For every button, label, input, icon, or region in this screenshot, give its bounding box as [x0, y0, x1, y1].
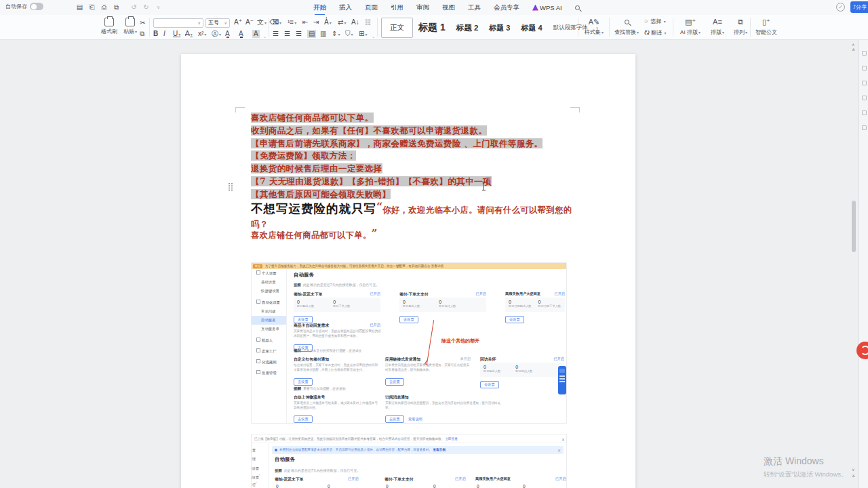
select-button[interactable]: ☞ 选择 [644, 18, 670, 25]
sidebar-item-auto-service[interactable]: 自动服务 [252, 316, 286, 325]
char-border-button[interactable]: Ⓐ [212, 30, 221, 39]
card-status-link[interactable]: 已开启 [475, 291, 486, 296]
style-heading1[interactable]: 标题 1 [413, 19, 451, 37]
go-setup-button[interactable]: 去设置 [294, 415, 313, 423]
char-shading-button[interactable]: A [252, 30, 260, 38]
dock-icon[interactable] [862, 96, 867, 100]
borders-button[interactable]: ⊞ [359, 30, 367, 39]
tab-wps-ai[interactable]: WPS AI [532, 4, 562, 12]
heading-line[interactable]: 不想写运费险的就只写“你好，欢迎光临本小店。请问有什么可以帮到您的吗？ [251, 201, 576, 230]
view-now-link[interactable]: 立即查看 [446, 437, 458, 441]
underline-button[interactable]: U [173, 30, 180, 39]
tab-reference[interactable]: 引用 [391, 3, 403, 12]
bullet-list-button[interactable]: ⁝≡ [273, 18, 281, 27]
floating-assistant-widget[interactable] [558, 366, 566, 394]
copy-icon[interactable]: ⧉ [140, 30, 144, 38]
font-family-combo[interactable]: ∨ [153, 18, 203, 28]
font-color-button[interactable]: A [239, 30, 243, 38]
scrollbar-thumb[interactable] [852, 201, 856, 252]
search-icon[interactable] [575, 5, 580, 10]
dock-icon[interactable] [862, 66, 867, 70]
quote-second-line[interactable]: 喜欢店铺任何商品都可以下单。” [251, 227, 378, 241]
card-status-link[interactable]: 未开启 [460, 357, 471, 361]
grow-font-icon[interactable]: A⁺ [234, 18, 242, 26]
view-example-link[interactable]: 查看示例 [433, 448, 445, 451]
export-icon[interactable]: ⧉ [111, 2, 121, 12]
undo-icon[interactable]: ↺ [129, 2, 139, 12]
bold-button[interactable]: B [153, 30, 158, 37]
typeset-button[interactable]: A≡ 排版 [707, 18, 728, 36]
shrink-font-icon[interactable]: A⁻ [245, 18, 254, 26]
highlight-color-button[interactable]: A [225, 30, 230, 38]
cut-icon[interactable]: ✂ [140, 19, 145, 27]
go-setup-button[interactable]: 去设置 [505, 316, 524, 323]
prev-page-icon[interactable]: ≙ [852, 47, 855, 52]
dock-icon[interactable] [862, 51, 867, 56]
new-document-icon[interactable]: ▤ [75, 2, 85, 12]
paragraph-shading-button[interactable]: ⛉ [345, 30, 353, 39]
sidebar-item-faq[interactable]: 常见问题 [252, 307, 286, 316]
tab-view[interactable]: 视图 [442, 3, 455, 12]
card-status-link[interactable]: 已开启 [554, 291, 565, 296]
style-normal[interactable]: 正文 [381, 18, 413, 38]
text-direction-button[interactable]: ⇄ [338, 18, 346, 27]
share-button[interactable]: ⤴分享 [850, 1, 868, 13]
go-setup-button[interactable]: 去设置 [385, 378, 404, 386]
save-icon[interactable]: ⎗ [87, 2, 97, 12]
card-status-link[interactable]: 已开启 [370, 323, 380, 327]
card-status-link[interactable]: 已开启 [348, 476, 359, 481]
dock-icon[interactable] [862, 81, 867, 85]
font-size-combo[interactable]: 五号∨ [205, 18, 230, 28]
align-right-button[interactable]: ☰ [296, 30, 302, 38]
redo-icon[interactable]: ↻ [141, 2, 151, 12]
align-center-button[interactable]: ☰ [284, 30, 290, 38]
dock-icon[interactable] [862, 125, 867, 130]
ai-typeset-button[interactable]: ▤⁺ AI 排版 [675, 18, 705, 36]
text-effects-icon[interactable]: 文 [257, 18, 267, 27]
paragraph-drag-handle[interactable] [229, 183, 233, 190]
close-icon[interactable]: ✕ [561, 437, 565, 442]
arrange-button[interactable]: ⧉ 排列 [730, 18, 751, 36]
translate-button[interactable]: 🗘 翻译 [644, 29, 670, 37]
sidebar-item-basic[interactable]: 基础设置 [252, 278, 286, 287]
document-page[interactable]: 喜欢店铺任何商品都可以下单。 收到商品之后，如果有【任何】不喜欢都可以申请退货退… [181, 54, 635, 488]
next-page-icon[interactable]: ≚ [852, 474, 855, 479]
show-marks-button[interactable]: ☷ [365, 18, 371, 26]
sidebar-item-apps[interactable]: 应用管理 [252, 369, 286, 378]
font-dialog-launcher[interactable]: ⌄ [263, 34, 267, 39]
print-icon[interactable]: ⎙ [99, 2, 109, 12]
selected-text-block[interactable]: 喜欢店铺任何商品都可以下单。 收到商品之后，如果有【任何】不喜欢都可以申请退货退… [251, 110, 542, 200]
format-painter-button[interactable]: 格式刷 [99, 18, 119, 35]
sidebar-item-interactive[interactable]: 互动服务单 [252, 325, 286, 333]
card-status-link[interactable]: 已开启 [555, 476, 566, 481]
card-status-link[interactable]: 已开启 [553, 357, 564, 361]
vertical-scrollbar[interactable]: ∧ ≙ ∨ ≚ [850, 40, 857, 488]
superscript-button[interactable]: x² [198, 30, 206, 39]
sidebar-item-shortcut[interactable]: 快捷键设置 [252, 287, 286, 296]
sort-button[interactable]: A↓ [351, 18, 359, 26]
card-status-link[interactable]: 已开启 [455, 476, 466, 481]
scroll-up-icon[interactable]: ∧ [852, 42, 854, 47]
style-heading2[interactable]: 标题 2 [451, 20, 484, 36]
tab-tools[interactable]: 工具 [468, 3, 481, 12]
close-icon[interactable]: ✕ [557, 448, 561, 453]
strikethrough-button[interactable]: A [185, 30, 193, 39]
style-set-button[interactable]: A✎ 样式集 [582, 18, 606, 36]
tab-page[interactable]: 页面 [365, 3, 378, 12]
paste-button[interactable]: 粘贴 [121, 18, 140, 35]
card-status-link[interactable]: 已开启 [370, 291, 380, 296]
autosave-toggle[interactable] [30, 3, 43, 10]
dock-icon[interactable] [862, 110, 867, 115]
decrease-indent-button[interactable]: ⇤ [302, 18, 308, 26]
numbered-list-button[interactable]: ¹≡ [288, 18, 296, 27]
autosave-control[interactable]: 自动保存 [5, 3, 43, 10]
italic-button[interactable]: I [163, 30, 165, 38]
tab-review[interactable]: 审阅 [416, 3, 429, 12]
sidebar-item-routing[interactable]: 分流规则 [252, 358, 286, 367]
distribute-button[interactable]: ▥ [320, 30, 326, 38]
sidebar-item-personal[interactable]: 个人设置 [252, 269, 286, 278]
scroll-down-icon[interactable]: ∨ [852, 467, 854, 472]
sidebar-item-automation[interactable]: 自动化设置 [252, 298, 286, 307]
more-commands-icon[interactable]: ∨ [153, 2, 163, 12]
find-replace-button[interactable]: 查找替换 [612, 18, 642, 36]
